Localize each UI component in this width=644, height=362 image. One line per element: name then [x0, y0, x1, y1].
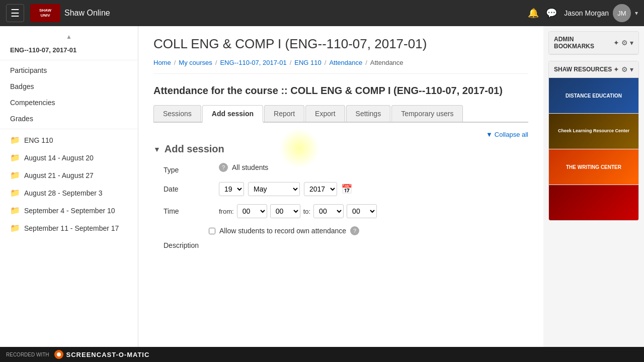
sidebar-course-label[interactable]: ENG--110-07, 2017-01 — [0, 42, 138, 58]
allow-students-label: Allow students to record own attendance — [219, 227, 346, 235]
collapse-arrow-icon: ▼ — [486, 131, 493, 138]
screencast-logo — [54, 350, 63, 359]
chevron-down-icon: ▾ — [635, 10, 638, 17]
time-to-minute[interactable]: 00 — [347, 204, 377, 218]
resources-star-icon[interactable]: ✦ — [613, 65, 619, 73]
resource-item-cheek[interactable]: Cheek Learning Resource Center — [549, 114, 638, 149]
sidebar: ▲ ENG--110-07, 2017-01 Participants Badg… — [0, 26, 138, 362]
sidebar-item-eng110[interactable]: 📁 ENG 110 — [0, 131, 138, 149]
eng110-label: ENG 110 — [24, 136, 53, 144]
hamburger-button[interactable]: ☰ — [6, 4, 24, 22]
tab-sessions[interactable]: Sessions — [153, 105, 201, 122]
form-row-date: Date 19 May January February March — [153, 182, 528, 196]
sidebar-item-sep11[interactable]: 📁 September 11 - September 17 — [0, 219, 138, 237]
folder-icon-aug21: 📁 — [10, 170, 20, 180]
screencast-dot — [57, 352, 61, 356]
type-value: All students — [232, 163, 268, 171]
tab-report[interactable]: Report — [264, 105, 304, 122]
resource-item-writing[interactable]: THE WRITING CENTER — [549, 149, 638, 185]
breadcrumb-eng110[interactable]: ENG 110 — [294, 59, 321, 66]
bell-icon[interactable]: 🔔 — [528, 8, 539, 19]
distance-education-image: DISTANCE EDUCATION — [549, 78, 638, 113]
time-control: from: 00 00 to: 00 00 — [219, 204, 377, 218]
sidebar-item-aug28[interactable]: 📁 August 28 - September 3 — [0, 184, 138, 202]
brand-name: Shaw Online — [64, 9, 110, 18]
sidebar-item-grades[interactable]: Grades — [0, 111, 138, 127]
sidebar-item-aug14[interactable]: 📁 August 14 - August 20 — [0, 149, 138, 166]
bookmarks-chevron-icon[interactable]: ▾ — [630, 39, 633, 47]
collapse-all-button[interactable]: ▼ Collapse all — [486, 131, 528, 138]
time-from-hour[interactable]: 00 — [237, 204, 267, 218]
sidebar-item-participants[interactable]: Participants — [0, 62, 138, 78]
breadcrumb-attendance1[interactable]: Attendance — [329, 59, 362, 66]
resources-chevron-icon[interactable]: ▾ — [630, 65, 633, 73]
aug28-label: August 28 - September 3 — [24, 189, 103, 197]
scroll-indicator: ▲ — [0, 31, 138, 42]
avatar: JM — [613, 4, 631, 22]
calendar-icon[interactable]: 📅 — [341, 184, 352, 195]
checkbox-row: Allow students to record own attendance … — [153, 226, 528, 235]
allow-students-checkbox[interactable] — [209, 228, 215, 234]
collapse-bar: ▼ Collapse all — [153, 131, 528, 138]
breadcrumb-mycourses[interactable]: My courses — [179, 59, 212, 66]
topnav-right: 🔔 💬 Jason Morgan JM ▾ — [528, 4, 638, 22]
shaw-resources-icons: ✦ ⚙ ▾ — [613, 65, 633, 73]
user-menu[interactable]: Jason Morgan JM ▾ — [564, 4, 638, 22]
folder-icon-eng110: 📁 — [10, 135, 20, 145]
form-row-time: Time from: 00 00 to: 00 00 — [153, 204, 528, 218]
bookmarks-gear-icon[interactable]: ⚙ — [621, 39, 628, 47]
grades-label: Grades — [10, 115, 33, 123]
time-from-minute[interactable]: 00 — [270, 204, 300, 218]
admin-bookmarks-icons: ✦ ⚙ ▾ — [613, 39, 633, 47]
tab-settings[interactable]: Settings — [346, 105, 391, 122]
admin-bookmarks-title: ADMIN BOOKMARKS — [554, 36, 613, 50]
date-control: 19 May January February March April June… — [219, 182, 352, 196]
sidebar-item-aug21[interactable]: 📁 August 21 - August 27 — [0, 166, 138, 184]
layout: ▲ ENG--110-07, 2017-01 Participants Badg… — [0, 26, 644, 362]
right-panel: ADMIN BOOKMARKS ✦ ⚙ ▾ SHAW RESOURCES ✦ ⚙… — [543, 26, 644, 362]
aug14-label: August 14 - August 20 — [24, 154, 94, 162]
type-control: ? All students — [219, 163, 268, 172]
time-to-label: to: — [303, 208, 310, 215]
competencies-label: Competencies — [10, 99, 55, 107]
year-select[interactable]: 2017 — [304, 182, 337, 196]
sidebar-item-badges[interactable]: Badges — [0, 78, 138, 95]
badges-label: Badges — [10, 82, 34, 90]
time-label: Time — [164, 204, 209, 215]
writing-center-image: THE WRITING CENTER — [549, 149, 638, 185]
section-toggle-icon[interactable]: ▼ — [153, 145, 160, 153]
time-to-hour[interactable]: 00 — [313, 204, 344, 218]
bookmarks-star-icon[interactable]: ✦ — [613, 39, 619, 47]
tab-add-session[interactable]: Add session — [202, 105, 263, 123]
shaw-resources-panel: SHAW RESOURCES ✦ ⚙ ▾ DISTANCE EDUCATION … — [548, 61, 639, 221]
checkbox-help-icon[interactable]: ? — [350, 226, 359, 235]
tabs-bar: Sessions Add session Report Export Setti… — [153, 105, 528, 123]
sidebar-item-competencies[interactable]: Competencies — [0, 95, 138, 111]
time-from-label: from: — [219, 208, 234, 215]
folder-icon-aug28: 📁 — [10, 188, 20, 198]
user-name: Jason Morgan — [564, 9, 609, 17]
sidebar-divider-2 — [0, 129, 138, 129]
chat-icon[interactable]: 💬 — [546, 8, 557, 19]
type-label: Type — [164, 163, 209, 174]
watermark: RECORDED WITH SCREENCAST-O-MATIC — [0, 347, 644, 362]
shaw-resources-header: SHAW RESOURCES ✦ ⚙ ▾ — [549, 61, 638, 78]
resource-item-extra[interactable] — [549, 185, 638, 220]
sep11-label: September 11 - September 17 — [24, 224, 119, 232]
logo[interactable]: SHAWUNIV Shaw Online — [30, 4, 110, 22]
resource-item-distance[interactable]: DISTANCE EDUCATION — [549, 78, 638, 114]
date-label: Date — [164, 182, 209, 193]
month-select[interactable]: May January February March April June Ju… — [248, 182, 300, 196]
type-help-icon[interactable]: ? — [219, 163, 228, 172]
folder-icon-aug14: 📁 — [10, 153, 20, 162]
day-select[interactable]: 19 — [219, 182, 244, 196]
breadcrumb-home[interactable]: Home — [153, 59, 171, 66]
cheek-learning-image: Cheek Learning Resource Center — [549, 114, 638, 149]
breadcrumb-course[interactable]: ENG--110-07, 2017-01 — [220, 59, 286, 66]
tab-export[interactable]: Export — [305, 105, 345, 122]
sidebar-item-sep4[interactable]: 📁 September 4 - September 10 — [0, 202, 138, 219]
resources-gear-icon[interactable]: ⚙ — [621, 65, 628, 73]
participants-label: Participants — [10, 66, 47, 74]
tab-temporary-users[interactable]: Temporary users — [391, 105, 463, 122]
breadcrumb-attendance2: Attendance — [370, 59, 404, 66]
